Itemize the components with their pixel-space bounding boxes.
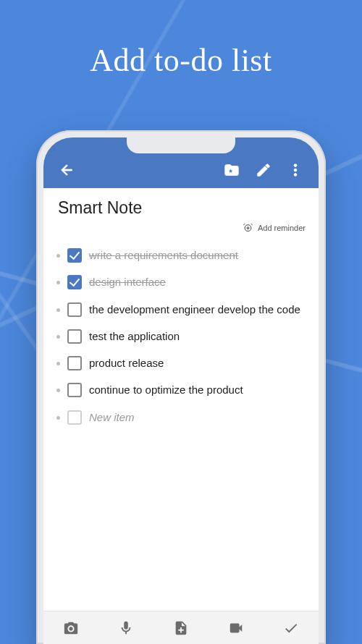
- phone-notch: [127, 137, 235, 153]
- bottom-toolbar: [43, 611, 319, 644]
- bullet-icon: [56, 416, 60, 420]
- attach-button[interactable]: [165, 612, 197, 644]
- checkbox[interactable]: [67, 248, 82, 263]
- phone-frame: Smart Note Add reminder write a requirem…: [36, 130, 326, 644]
- item-text[interactable]: test the application: [89, 329, 306, 344]
- list-item: product release: [56, 349, 306, 376]
- phone-left-button: [36, 224, 37, 250]
- video-icon: [228, 620, 244, 636]
- camera-icon: [63, 620, 79, 636]
- camera-button[interactable]: [55, 612, 87, 644]
- overflow-menu-button[interactable]: [282, 157, 308, 183]
- phone-screen: Smart Note Add reminder write a requirem…: [43, 137, 319, 644]
- list-item: design interface: [56, 268, 306, 295]
- done-button[interactable]: [275, 612, 307, 644]
- bullet-icon: [56, 281, 60, 284]
- mic-button[interactable]: [110, 612, 142, 644]
- bullet-icon: [56, 308, 60, 312]
- note-content: Smart Note Add reminder write a requirem…: [43, 188, 319, 611]
- bookmark-button[interactable]: [219, 157, 245, 183]
- file-add-icon: [173, 620, 189, 636]
- bullet-icon: [56, 362, 60, 365]
- alarm-add-icon: [243, 222, 253, 233]
- dots-vertical-icon: [287, 162, 303, 178]
- svg-point-0: [294, 164, 297, 167]
- check-icon: [283, 620, 299, 636]
- add-reminder-label: Add reminder: [258, 224, 306, 232]
- hero-title: Add to-do list: [0, 42, 362, 79]
- new-item-placeholder[interactable]: New item: [89, 410, 306, 425]
- checklist: write a requirements document design int…: [56, 242, 306, 431]
- item-text[interactable]: the development engineer develop the cod…: [89, 302, 306, 317]
- phone-volume-up: [325, 210, 326, 245]
- item-text[interactable]: continue to optimize the product: [89, 382, 306, 397]
- item-text[interactable]: product release: [89, 355, 306, 370]
- bullet-icon: [56, 389, 60, 392]
- list-item: the development engineer develop the cod…: [56, 296, 306, 323]
- checkbox[interactable]: [67, 356, 82, 370]
- microphone-icon: [118, 620, 134, 636]
- folder-star-icon: [224, 162, 240, 178]
- svg-point-2: [294, 174, 297, 177]
- add-reminder-button[interactable]: Add reminder: [56, 222, 306, 233]
- list-item: continue to optimize the product: [56, 376, 306, 403]
- bullet-icon: [56, 335, 60, 339]
- back-button[interactable]: [54, 157, 80, 183]
- checkbox[interactable]: [67, 302, 82, 317]
- video-button[interactable]: [220, 612, 252, 644]
- checkbox[interactable]: [67, 410, 82, 425]
- item-text[interactable]: design interface: [89, 274, 306, 289]
- checkbox[interactable]: [67, 383, 82, 397]
- item-text[interactable]: write a requirements document: [89, 247, 306, 263]
- edit-button[interactable]: [251, 157, 277, 183]
- list-item: test the application: [56, 323, 306, 349]
- checkbox[interactable]: [67, 275, 82, 289]
- checkbox[interactable]: [67, 329, 82, 344]
- pencil-icon: [256, 162, 272, 178]
- note-title[interactable]: Smart Note: [56, 198, 306, 218]
- phone-volume-down: [325, 253, 326, 288]
- arrow-left-icon: [59, 162, 75, 178]
- bullet-icon: [56, 254, 60, 258]
- list-item: write a requirements document: [56, 242, 306, 268]
- svg-point-1: [294, 169, 297, 171]
- new-item-row[interactable]: New item: [56, 404, 306, 431]
